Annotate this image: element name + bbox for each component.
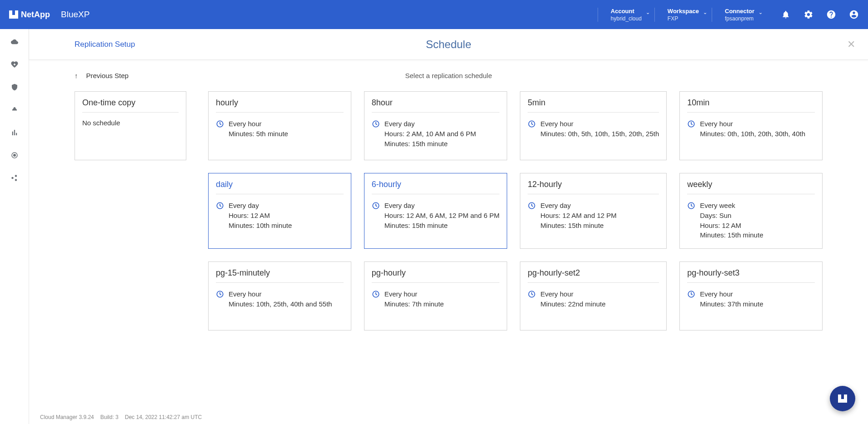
- logo-wrap: NetApp BlueXP: [9, 10, 90, 20]
- connector-value: fpsaonprem: [725, 15, 754, 22]
- topbar: NetApp BlueXP Account hybrid_cloud ⌄ Wor…: [0, 0, 868, 29]
- topbar-icons: [781, 10, 859, 20]
- user-icon[interactable]: [849, 10, 859, 20]
- netapp-icon: [9, 10, 18, 19]
- chevron-down-icon: ⌄: [703, 10, 707, 15]
- workspace-label: Workspace: [668, 8, 699, 15]
- product-name[interactable]: BlueXP: [61, 10, 90, 20]
- workspace-dropdown[interactable]: Workspace FXP ⌄: [654, 8, 712, 22]
- netapp-logo[interactable]: NetApp: [9, 10, 50, 20]
- account-value: hybrid_cloud: [611, 15, 642, 22]
- chevron-down-icon: ⌄: [758, 10, 763, 15]
- workspace-value: FXP: [668, 15, 699, 22]
- netapp-logo-text: NetApp: [21, 10, 50, 20]
- account-label: Account: [611, 8, 642, 15]
- chevron-down-icon: ⌄: [646, 10, 650, 15]
- connector-label: Connector: [725, 8, 754, 15]
- account-dropdown[interactable]: Account hybrid_cloud ⌄: [598, 8, 654, 22]
- notifications-icon[interactable]: [781, 10, 791, 20]
- connector-dropdown[interactable]: Connector fpsaonprem ⌄: [712, 8, 767, 22]
- help-icon[interactable]: [826, 10, 836, 20]
- settings-icon[interactable]: [803, 10, 813, 20]
